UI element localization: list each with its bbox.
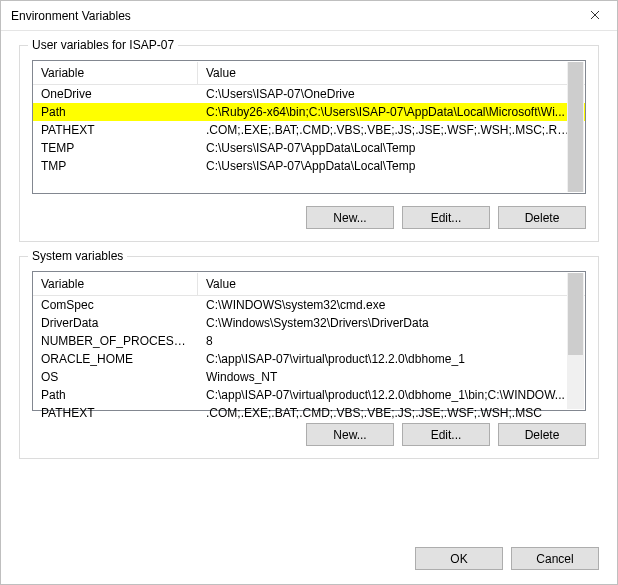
scroll-thumb[interactable] <box>568 62 583 192</box>
scrollbar[interactable] <box>567 62 584 192</box>
user-table-body: OneDriveC:\Users\ISAP-07\OneDrivePathC:\… <box>33 85 585 193</box>
user-new-button[interactable]: New... <box>306 206 394 229</box>
user-table-header: Variable Value <box>33 61 585 85</box>
user-variables-group: User variables for ISAP-07 Variable Valu… <box>19 45 599 242</box>
cell-variable: ORACLE_HOME <box>33 351 198 367</box>
scroll-thumb[interactable] <box>568 273 583 355</box>
dialog-content: User variables for ISAP-07 Variable Valu… <box>1 31 617 543</box>
cell-variable: TMP <box>33 158 198 174</box>
cell-value: C:\app\ISAP-07\virtual\product\12.2.0\db… <box>198 387 585 403</box>
sys-delete-button[interactable]: Delete <box>498 423 586 446</box>
cell-value: C:\Windows\System32\Drivers\DriverData <box>198 315 585 331</box>
table-row[interactable]: NUMBER_OF_PROCESSORS8 <box>33 332 585 350</box>
col-value[interactable]: Value <box>198 273 585 295</box>
cell-value: C:\WINDOWS\system32\cmd.exe <box>198 297 585 313</box>
table-row[interactable]: ComSpecC:\WINDOWS\system32\cmd.exe <box>33 296 585 314</box>
table-row[interactable]: OSWindows_NT <box>33 368 585 386</box>
user-edit-button[interactable]: Edit... <box>402 206 490 229</box>
table-row[interactable]: PathC:\app\ISAP-07\virtual\product\12.2.… <box>33 386 585 404</box>
cell-variable: NUMBER_OF_PROCESSORS <box>33 333 198 349</box>
cell-variable: PATHEXT <box>33 122 198 138</box>
cancel-button[interactable]: Cancel <box>511 547 599 570</box>
cell-value: C:\Users\ISAP-07\AppData\Local\Temp <box>198 158 585 174</box>
table-row[interactable]: PathC:\Ruby26-x64\bin;C:\Users\ISAP-07\A… <box>33 103 585 121</box>
cell-value: C:\Users\ISAP-07\OneDrive <box>198 86 585 102</box>
env-vars-dialog: Environment Variables User variables for… <box>0 0 618 585</box>
cell-variable: OS <box>33 369 198 385</box>
user-group-legend: User variables for ISAP-07 <box>28 38 178 52</box>
table-row[interactable]: TMPC:\Users\ISAP-07\AppData\Local\Temp <box>33 157 585 175</box>
cell-value: 8 <box>198 333 585 349</box>
table-row[interactable]: TEMPC:\Users\ISAP-07\AppData\Local\Temp <box>33 139 585 157</box>
user-buttons: New... Edit... Delete <box>32 206 586 229</box>
cell-variable: Path <box>33 387 198 403</box>
dialog-footer: OK Cancel <box>1 543 617 584</box>
cell-value: C:\app\ISAP-07\virtual\product\12.2.0\db… <box>198 351 585 367</box>
ok-button[interactable]: OK <box>415 547 503 570</box>
sys-edit-button[interactable]: Edit... <box>402 423 490 446</box>
col-value[interactable]: Value <box>198 62 585 84</box>
close-icon <box>590 9 600 23</box>
window-title: Environment Variables <box>11 9 572 23</box>
user-delete-button[interactable]: Delete <box>498 206 586 229</box>
cell-value: .COM;.EXE;.BAT;.CMD;.VBS;.VBE;.JS;.JSE;.… <box>198 122 585 138</box>
cell-variable: TEMP <box>33 140 198 156</box>
table-row[interactable]: DriverDataC:\Windows\System32\Drivers\Dr… <box>33 314 585 332</box>
cell-variable: ComSpec <box>33 297 198 313</box>
cell-value: C:\Users\ISAP-07\AppData\Local\Temp <box>198 140 585 156</box>
cell-value: .COM;.EXE;.BAT;.CMD;.VBS;.VBE;.JS;.JSE;.… <box>198 405 585 421</box>
system-variables-group: System variables Variable Value ComSpecC… <box>19 256 599 459</box>
sys-group-legend: System variables <box>28 249 127 263</box>
cell-value: Windows_NT <box>198 369 585 385</box>
table-row[interactable]: OneDriveC:\Users\ISAP-07\OneDrive <box>33 85 585 103</box>
table-row[interactable]: ORACLE_HOMEC:\app\ISAP-07\virtual\produc… <box>33 350 585 368</box>
cell-variable: DriverData <box>33 315 198 331</box>
titlebar: Environment Variables <box>1 1 617 31</box>
sys-new-button[interactable]: New... <box>306 423 394 446</box>
table-row[interactable]: PATHEXT.COM;.EXE;.BAT;.CMD;.VBS;.VBE;.JS… <box>33 121 585 139</box>
col-variable[interactable]: Variable <box>33 273 198 295</box>
user-variables-table[interactable]: Variable Value OneDriveC:\Users\ISAP-07\… <box>32 60 586 194</box>
scrollbar[interactable] <box>567 273 584 409</box>
table-row[interactable]: PATHEXT.COM;.EXE;.BAT;.CMD;.VBS;.VBE;.JS… <box>33 404 585 422</box>
cell-variable: PATHEXT <box>33 405 198 421</box>
close-button[interactable] <box>572 1 617 31</box>
cell-value: C:\Ruby26-x64\bin;C:\Users\ISAP-07\AppDa… <box>198 104 585 120</box>
col-variable[interactable]: Variable <box>33 62 198 84</box>
system-variables-table[interactable]: Variable Value ComSpecC:\WINDOWS\system3… <box>32 271 586 411</box>
sys-table-header: Variable Value <box>33 272 585 296</box>
cell-variable: OneDrive <box>33 86 198 102</box>
sys-buttons: New... Edit... Delete <box>32 423 586 446</box>
sys-table-body: ComSpecC:\WINDOWS\system32\cmd.exeDriver… <box>33 296 585 410</box>
cell-variable: Path <box>33 104 198 120</box>
